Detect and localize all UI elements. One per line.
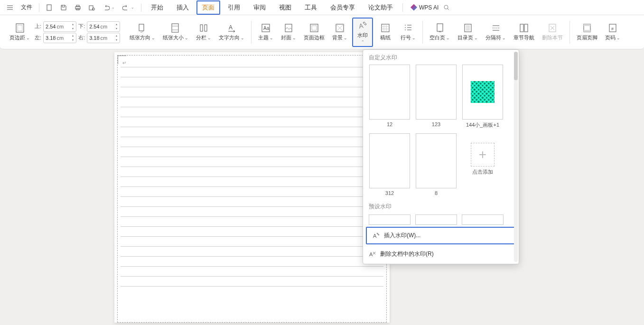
svg-rect-0 <box>47 5 51 10</box>
file-menu[interactable]: 文件 <box>18 1 35 13</box>
tab-view[interactable]: 视图 <box>273 0 297 15</box>
document-page[interactable]: ↵ <box>114 52 390 323</box>
new-icon[interactable] <box>43 2 56 13</box>
remove-watermark-action[interactable]: A 删除文档中的水印(R) <box>363 246 519 262</box>
undo-button[interactable]: ⌄ <box>100 2 118 13</box>
page-margins-button[interactable]: 页边距 <box>7 21 33 43</box>
watermark-thumb-312[interactable] <box>369 133 410 188</box>
watermark-action-icon: A <box>369 251 376 258</box>
watermark-button[interactable]: A水印⌃ <box>352 18 373 47</box>
search-icon[interactable] <box>440 2 453 13</box>
page-border-icon <box>309 23 319 33</box>
page-number-button[interactable]: #页码 <box>602 21 623 43</box>
tab-reference[interactable]: 引用 <box>222 0 246 15</box>
margin-right-label: 右: <box>78 34 85 41</box>
page-margins-label: 页边距 <box>9 34 30 41</box>
svg-rect-2 <box>76 5 79 7</box>
print-preview-icon[interactable] <box>86 2 98 13</box>
manuscript-icon <box>380 23 391 33</box>
save-icon[interactable] <box>57 2 70 13</box>
watermark-thumb-144[interactable] <box>462 65 503 120</box>
watermark-thumb-12[interactable] <box>369 65 410 120</box>
chapter-nav-button[interactable]: 章节导航 <box>511 21 537 43</box>
svg-rect-20 <box>437 24 443 31</box>
chapter-nav-icon <box>519 23 529 33</box>
margin-top-label: 上: <box>35 23 41 30</box>
divider <box>39 3 39 12</box>
orientation-icon <box>137 23 148 33</box>
svg-rect-22 <box>520 24 523 32</box>
hamburger-icon[interactable] <box>4 2 16 13</box>
svg-rect-14 <box>285 24 292 32</box>
svg-rect-26 <box>584 24 590 26</box>
watermark-icon: A <box>357 20 368 31</box>
svg-point-5 <box>93 8 95 10</box>
svg-text:#: # <box>611 27 614 31</box>
margin-right-input[interactable]: 3.18cm▴▾ <box>87 33 120 43</box>
columns-button[interactable]: 分栏 <box>193 21 214 43</box>
theme-button[interactable]: Aa主题 <box>255 21 276 43</box>
thumb-label: 312 <box>385 190 394 196</box>
toc-page-button[interactable]: 目录页 <box>455 21 481 43</box>
text-direction-icon: A <box>226 23 237 33</box>
preset-thumb[interactable] <box>462 214 504 225</box>
preset-thumb[interactable] <box>415 214 457 225</box>
background-button[interactable]: 背景 <box>329 21 350 43</box>
page-border-button[interactable]: 页面边框 <box>301 21 327 43</box>
svg-rect-23 <box>524 24 528 32</box>
page-content-area: ↵ <box>117 55 387 323</box>
line-number-button[interactable]: 行号 <box>398 21 419 43</box>
background-icon <box>335 23 345 33</box>
theme-icon: Aa <box>261 23 271 33</box>
svg-point-6 <box>444 5 448 9</box>
watermark-action-icon: A <box>373 232 380 240</box>
insert-watermark-action[interactable]: A 插入水印(W)... <box>366 227 516 244</box>
separator-icon <box>491 23 501 33</box>
separator-button[interactable]: 分隔符 <box>483 21 509 43</box>
manuscript-button[interactable]: 稿纸 <box>375 21 396 43</box>
separator <box>251 21 252 44</box>
ai-logo-icon <box>411 4 417 11</box>
paper-size-button[interactable]: 纸张大小 <box>160 21 191 43</box>
separator <box>422 21 423 44</box>
text-direction-button[interactable]: A文字方向 <box>216 21 247 43</box>
cover-button[interactable]: 封面 <box>278 21 299 43</box>
header-footer-button[interactable]: 页眉页脚 <box>574 21 600 43</box>
blank-page-button[interactable]: 空白页 <box>427 21 453 43</box>
divider <box>402 3 403 12</box>
tab-page[interactable]: 页面 <box>196 0 220 15</box>
svg-rect-19 <box>382 24 389 32</box>
header-footer-icon <box>582 23 592 33</box>
margin-left-label: 左: <box>35 34 41 41</box>
margins-icon <box>15 23 25 33</box>
delete-section-button[interactable]: 删除本节 <box>539 21 566 43</box>
tab-insert[interactable]: 插入 <box>171 0 195 15</box>
add-label: 点击添加 <box>472 168 493 176</box>
add-watermark-button[interactable] <box>471 143 495 167</box>
tab-start[interactable]: 开始 <box>145 0 169 15</box>
tab-thesis[interactable]: 论文助手 <box>363 0 399 15</box>
redo-button[interactable]: ⌄ <box>120 2 137 13</box>
svg-text:A: A <box>373 233 377 239</box>
print-icon[interactable] <box>72 2 84 13</box>
paper-size-icon <box>170 23 181 33</box>
delete-section-icon <box>547 23 558 33</box>
svg-rect-9 <box>139 24 144 31</box>
tab-tools[interactable]: 工具 <box>299 0 323 15</box>
watermark-dropdown: 自定义水印 12 123 144小_画板+1 312 8 点击添加 预设水印 A… <box>363 49 519 264</box>
preset-thumb[interactable] <box>369 214 411 225</box>
margin-bottom-input[interactable]: 2.54cm▴▾ <box>87 21 120 32</box>
scrollbar[interactable] <box>514 52 518 262</box>
orientation-button[interactable]: 纸张方向 <box>127 21 158 43</box>
svg-rect-27 <box>584 30 590 32</box>
toc-icon <box>463 23 473 33</box>
watermark-thumb-123[interactable] <box>416 65 457 120</box>
watermark-thumb-8[interactable] <box>416 133 457 188</box>
margin-top-input[interactable]: 2.54cm▴▾ <box>43 21 76 32</box>
margin-left-input[interactable]: 3.18cm▴▾ <box>43 33 76 43</box>
divider <box>141 3 141 12</box>
thumb-label: 12 <box>387 121 392 127</box>
wps-ai-button[interactable]: WPS AI <box>411 4 439 11</box>
tab-review[interactable]: 审阅 <box>248 0 271 15</box>
tab-member[interactable]: 会员专享 <box>325 0 361 15</box>
